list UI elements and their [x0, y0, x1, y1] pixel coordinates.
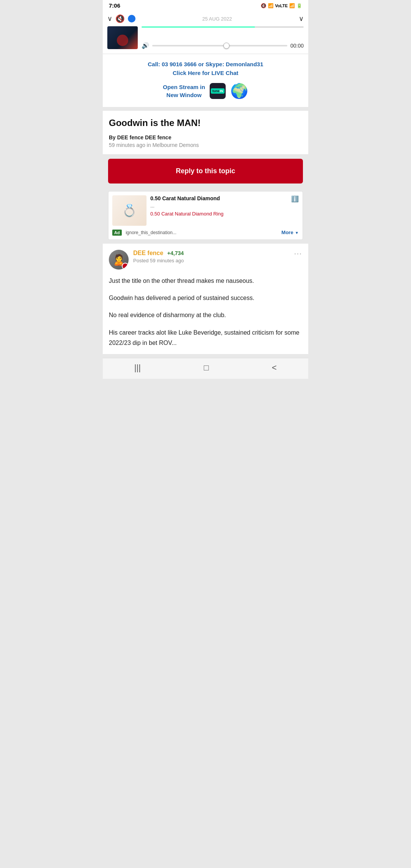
wifi-icon: 📶 [268, 3, 274, 8]
reply-section: Reply to this topic [103, 154, 308, 188]
ring-emoji: 💍 [122, 203, 137, 218]
ad-destination: ignore_this_destination... [126, 230, 176, 235]
tunein-label: tuneIN [211, 88, 225, 94]
post-paragraph-4: His career tracks alot like Luke Beverid… [109, 327, 302, 348]
post-paragraph-2: Goodwin has delivered a period of sustai… [109, 293, 302, 303]
menu-nav-icon[interactable]: ||| [134, 363, 141, 373]
post-options-button[interactable]: ··· [294, 250, 302, 258]
mute-icon: 🔇 [261, 3, 266, 8]
player-controls: 🔊 00:00 [142, 26, 304, 49]
ad-info-icon[interactable]: ℹ️ [291, 195, 299, 203]
home-nav-icon[interactable]: □ [204, 363, 209, 373]
globe-icon[interactable]: 🌍 [230, 83, 248, 99]
avatar-badge [122, 263, 129, 270]
topic-meta: By DEE fence DEE fence 59 minutes ago in… [109, 134, 302, 148]
stream-link[interactable]: Open Stream inNew Window [163, 83, 205, 99]
topic-title: Goodwin is the MAN! [109, 118, 302, 128]
ad-image: 💍 [112, 195, 147, 226]
post-author[interactable]: DEE fence [133, 250, 163, 256]
volume-thumb [223, 43, 229, 49]
signal-icon: 📶 [289, 3, 295, 8]
volume-icon: 🔊 [142, 42, 149, 49]
reply-button[interactable]: Reply to this topic [108, 159, 303, 183]
ad-link[interactable]: 0.50 Carat Natural Diamond Ring [150, 211, 223, 217]
chat-link[interactable]: Click Here for LIVE Chat [173, 70, 239, 76]
avatar: 🙎 [109, 250, 129, 270]
mute-speaker-icon[interactable]: 🔇 [115, 14, 125, 23]
player-info: Call: 03 9016 3666 or Skype: Demonland31… [103, 54, 308, 107]
post-paragraph-1: Just the title on the other thread makes… [109, 276, 302, 286]
ad-container: 💍 ℹ️ 0.50 Carat Natural Diamond ... 0.50… [108, 191, 303, 240]
time-display: 00:00 [290, 43, 304, 49]
battery-icon: 🔋 [296, 3, 302, 8]
post-paragraph-3: No real evidence of disharmony at the cl… [109, 310, 302, 320]
topic-author: By DEE fence DEE fence [109, 134, 302, 140]
post-meta: DEE fence +4,734 Posted 59 minutes ago [133, 250, 290, 263]
volume-slider[interactable] [152, 45, 287, 46]
ad-title: 0.50 Carat Natural Diamond [150, 195, 299, 201]
post-header: 🙎 DEE fence +4,734 Posted 59 minutes ago… [109, 250, 302, 270]
record-indicator [128, 15, 135, 22]
collapse-chevron[interactable]: ∨ [107, 14, 112, 23]
stream-row: Open Stream inNew Window tuneIN 🌍 [107, 83, 304, 99]
tunein-icon[interactable]: tuneIN [210, 83, 226, 99]
status-bar: 7:06 🔇 📶 VoLTE 📶 🔋 [103, 0, 308, 11]
post-body: Just the title on the other thread makes… [109, 276, 302, 348]
call-text[interactable]: Call: 03 9016 3666 or Skype: Demonland31… [107, 60, 304, 77]
status-icons: 🔇 📶 VoLTE 📶 🔋 [261, 3, 302, 8]
ad-content: ℹ️ 0.50 Carat Natural Diamond ... 0.50 C… [150, 195, 299, 217]
back-nav-icon[interactable]: < [272, 363, 277, 373]
topic-time: 59 minutes ago in Melbourne Demons [109, 142, 302, 148]
lte-icon: VoLTE [275, 3, 288, 8]
ad-ellipsis: ... [150, 203, 299, 209]
status-time: 7:06 [109, 2, 120, 9]
expand-chevron[interactable]: ∨ [299, 14, 304, 23]
progress-fill [142, 26, 255, 28]
ad-more-button[interactable]: More [282, 230, 293, 235]
media-player: ∨ 🔇 25 AUG 2022 ∨ 🔊 00:00 [103, 11, 308, 54]
player-date: 25 AUG 2022 [202, 16, 232, 22]
category-link[interactable]: Melbourne Demons [152, 142, 199, 148]
post-time: Posted 59 minutes ago [133, 258, 290, 263]
progress-bar[interactable] [142, 26, 304, 28]
ad-badge: Ad [112, 230, 122, 236]
ad-more-arrow: ▼ [295, 231, 299, 235]
topic-section: Goodwin is the MAN! By DEE fence DEE fen… [103, 111, 308, 154]
post-reputation: +4,734 [167, 250, 184, 256]
ad-footer: Ad ignore_this_destination... More ▼ [112, 229, 299, 236]
navigation-bar: ||| □ < [103, 358, 308, 379]
player-thumbnail [107, 26, 138, 49]
post-section: 🙎 DEE fence +4,734 Posted 59 minutes ago… [103, 244, 308, 354]
